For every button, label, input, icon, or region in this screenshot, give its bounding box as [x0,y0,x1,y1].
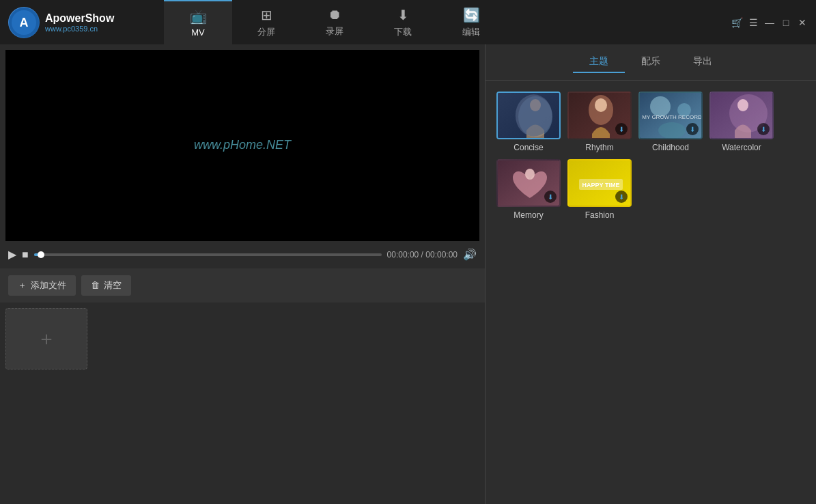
app-subtitle: www.pc0359.cn [45,25,114,33]
theme-rhythm-thumb: ⬇ [567,92,632,139]
watercolor-download-icon: ⬇ [757,123,770,135]
childhood-download-icon: ⬇ [686,123,699,135]
video-area: www.pHome.NET [5,50,479,241]
clear-label: 清空 [104,279,122,292]
tab-theme[interactable]: 主题 [573,51,625,73]
tab-edit-label: 编辑 [462,26,480,38]
tab-export[interactable]: 导出 [677,51,729,73]
tab-record[interactable]: ⏺ 录屏 [300,0,369,44]
add-file-label: 添加文件 [31,279,66,292]
panel-tabs: 主题 配乐 导出 [486,44,816,81]
tab-theme-label: 主题 [589,55,608,66]
mv-icon: 📺 [190,8,207,25]
add-file-button[interactable]: ＋ 添加文件 [8,275,76,296]
watermark-text: www.pHome.NET [194,138,291,152]
theme-watercolor-thumb: ⬇ [709,92,774,139]
minimize-button[interactable]: — [764,17,775,28]
time-current: 00:00:00 [387,250,419,260]
stop-button[interactable]: ■ [22,249,29,261]
theme-childhood-thumb: MY GROWTH RECORD ⬇ [638,92,703,139]
theme-rhythm[interactable]: ⬇ Rhythm [567,92,632,152]
play-button[interactable]: ▶ [8,248,16,261]
split-icon: ⊞ [261,7,272,23]
tab-edit[interactable]: 🔄 编辑 [437,0,505,44]
add-icon: ＋ [18,279,27,292]
time-display: 00:00:00 / 00:00:00 [387,250,458,260]
theme-concise-thumb [496,92,561,139]
maximize-button[interactable]: □ [780,17,791,28]
theme-memory-label: Memory [513,210,543,220]
bottom-toolbar: ＋ 添加文件 🗑 清空 [0,268,485,303]
tab-download-label: 下载 [394,26,412,38]
add-file-placeholder[interactable]: ＋ [5,308,87,369]
theme-fashion[interactable]: HAPPY TIME ⬇ Fashion [567,159,632,220]
video-controls: ▶ ■ 00:00:00 / 00:00:00 🔊 [0,241,485,268]
fashion-download-icon: ⬇ [615,191,628,203]
theme-concise[interactable]: Concise [496,92,561,152]
svg-point-8 [595,98,607,112]
theme-fashion-label: Fashion [585,210,615,220]
theme-concise-label: Concise [513,143,543,152]
app-title: ApowerShow [45,12,114,25]
tab-record-label: 录屏 [326,25,343,38]
clear-button[interactable]: 🗑 清空 [81,275,131,296]
nav-tabs: 📺 MV ⊞ 分屏 ⏺ 录屏 ⬇ 下载 🔄 编辑 [164,0,731,44]
right-panel: 主题 配乐 导出 [486,44,816,504]
file-area: ＋ [0,303,485,505]
left-panel: www.pHome.NET ▶ ■ 00:00:00 / 00:00:00 🔊 … [0,44,485,504]
tab-mv-label: MV [191,27,205,38]
titlebar: A ApowerShow www.pc0359.cn 📺 MV ⊞ 分屏 ⏺ 录… [0,0,816,44]
close-button[interactable]: ✕ [797,17,808,28]
volume-button[interactable]: 🔊 [463,248,477,261]
progress-thumb [38,251,44,258]
svg-point-16 [737,99,748,111]
tab-music-label: 配乐 [641,55,660,66]
edit-icon: 🔄 [463,7,480,23]
memory-download-icon: ⬇ [544,191,557,203]
logo-text: ApowerShow www.pc0359.cn [45,12,114,33]
logo-area: A ApowerShow www.pc0359.cn [0,7,164,38]
tab-download[interactable]: ⬇ 下载 [369,0,437,44]
tab-export-label: 导出 [693,55,712,66]
menu-button[interactable]: ☰ [748,17,759,28]
tab-music[interactable]: 配乐 [625,51,677,73]
svg-text:A: A [20,16,29,29]
theme-rhythm-label: Rhythm [585,143,613,152]
download-icon: ⬇ [397,7,409,23]
theme-memory[interactable]: ⬇ Memory [496,159,561,220]
main-layout: www.pHome.NET ▶ ■ 00:00:00 / 00:00:00 🔊 … [0,44,816,504]
tab-mv[interactable]: 📺 MV [164,0,232,44]
plus-icon: ＋ [37,326,56,352]
tab-split[interactable]: ⊞ 分屏 [232,0,300,44]
time-total: 00:00:00 [425,250,458,260]
record-icon: ⏺ [328,7,341,23]
theme-childhood[interactable]: MY GROWTH RECORD ⬇ Childhood [638,92,703,152]
svg-text:HAPPY TIME: HAPPY TIME [582,182,620,188]
theme-fashion-thumb: HAPPY TIME ⬇ [567,159,632,207]
app-logo-icon: A [8,7,40,38]
svg-rect-3 [498,93,561,139]
rhythm-download-icon: ⬇ [615,123,628,135]
theme-memory-thumb: ⬇ [496,159,561,207]
theme-childhood-label: Childhood [652,143,689,152]
tab-split-label: 分屏 [257,26,275,38]
window-controls: 🛒 ☰ — □ ✕ [731,17,816,28]
svg-text:MY GROWTH RECORD: MY GROWTH RECORD [642,114,702,120]
cart-button[interactable]: 🛒 [731,17,742,28]
theme-watercolor-label: Watercolor [722,143,761,152]
svg-point-4 [518,96,552,137]
trash-icon: 🗑 [91,280,100,290]
svg-point-18 [525,169,535,180]
svg-point-5 [530,99,541,111]
theme-grid: Concise [486,81,816,231]
progress-bar[interactable] [34,253,382,256]
theme-watercolor[interactable]: ⬇ Watercolor [709,92,774,152]
svg-point-13 [658,122,686,139]
